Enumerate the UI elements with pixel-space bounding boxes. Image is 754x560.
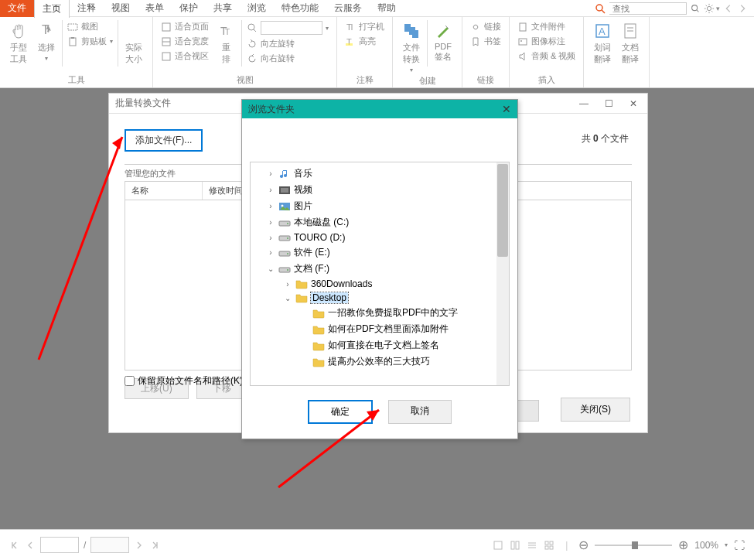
folder-tree[interactable]: ›音乐›视频›图片›本地磁盘 (C:)›TOURO (D:)›软件 (E:)⌄文…: [250, 162, 510, 386]
bookmark-tool[interactable]: 书签: [469, 35, 503, 48]
group-create-label: 创建: [399, 75, 455, 87]
gear-icon[interactable]: [704, 3, 715, 14]
link-tool[interactable]: 链接: [469, 20, 503, 33]
menu-cloud[interactable]: 云服务: [326, 0, 370, 17]
tree-item[interactable]: 如何在PDF文档里面添加附件: [252, 321, 507, 337]
highlight[interactable]: T高亮: [343, 35, 386, 48]
next-page-icon[interactable]: [134, 540, 145, 551]
tree-item[interactable]: ›图片: [252, 198, 507, 214]
menu-home[interactable]: 主页: [34, 0, 70, 18]
browse-close-button[interactable]: ✕: [502, 103, 511, 115]
page-input[interactable]: [40, 537, 79, 553]
zoom-input[interactable]: [261, 21, 322, 35]
tree-item[interactable]: ⌄文档 (F:): [252, 261, 507, 277]
tree-item[interactable]: 如何直接在电子文档上签名: [252, 337, 507, 353]
menu-file[interactable]: 文件: [0, 0, 34, 17]
chevron-icon[interactable]: ›: [266, 186, 275, 194]
nav-next-icon[interactable]: [737, 3, 748, 14]
gear-dropdown[interactable]: ▾: [716, 5, 720, 12]
rotate-right[interactable]: 向右旋转: [245, 52, 330, 65]
menu-view[interactable]: 视图: [104, 0, 138, 17]
chevron-icon[interactable]: ›: [266, 202, 275, 210]
col-name[interactable]: 名称: [125, 182, 203, 200]
minimize-button[interactable]: —: [576, 98, 592, 109]
ok-button[interactable]: 确定: [308, 400, 373, 424]
fit-page[interactable]: 适合页面: [159, 20, 210, 33]
menu-help[interactable]: 帮助: [370, 0, 404, 17]
menu-share[interactable]: 共享: [206, 0, 240, 17]
chevron-icon[interactable]: ›: [266, 248, 275, 257]
search-go-icon[interactable]: [690, 3, 701, 14]
view-mode-1-icon[interactable]: [493, 540, 503, 551]
svg-rect-24: [520, 23, 526, 31]
menu-annotate[interactable]: 注释: [70, 0, 104, 17]
chevron-icon[interactable]: ›: [283, 280, 292, 289]
preserve-checkbox[interactable]: [125, 376, 135, 386]
clipboard-tool[interactable]: 剪贴板▾: [66, 35, 114, 48]
rearrange[interactable]: TT重 排: [213, 20, 238, 74]
zoom-slider[interactable]: [595, 545, 672, 546]
svg-rect-20: [346, 43, 353, 46]
view-mode-2-icon[interactable]: [510, 540, 520, 551]
chevron-icon[interactable]: ⌄: [266, 265, 275, 273]
hand-tool[interactable]: 手型 工具: [6, 20, 31, 74]
tree-scrollbar[interactable]: [496, 162, 509, 385]
tree-item[interactable]: ›音乐: [252, 166, 507, 182]
add-file-button[interactable]: 添加文件(F)...: [125, 129, 203, 152]
tree-item[interactable]: 提高办公效率的三大技巧: [252, 353, 507, 370]
image-annot[interactable]: 图像标注: [516, 35, 577, 48]
cancel-button[interactable]: 取消: [388, 400, 452, 424]
svg-rect-54: [545, 541, 548, 545]
svg-rect-8: [71, 37, 74, 39]
batch-close-button[interactable]: 关闭(S): [561, 398, 630, 422]
tree-item[interactable]: ›本地磁盘 (C:): [252, 214, 507, 230]
screenshot-tool[interactable]: 截图: [66, 20, 114, 33]
chevron-icon[interactable]: ⌄: [283, 294, 292, 302]
tree-item[interactable]: ›视频: [252, 182, 507, 198]
menu-browse[interactable]: 浏览: [240, 0, 274, 17]
close-button[interactable]: ✕: [626, 98, 641, 109]
chevron-icon[interactable]: ›: [266, 218, 275, 227]
chevron-icon[interactable]: ›: [266, 169, 275, 178]
zoom-in-button[interactable]: ⊕: [678, 538, 688, 552]
svg-rect-6: [68, 24, 77, 30]
actual-size[interactable]: 实际 大小: [121, 20, 146, 74]
tree-item[interactable]: ›360Downloads: [252, 277, 507, 291]
chevron-icon[interactable]: ›: [266, 234, 275, 242]
maximize-button[interactable]: ☐: [601, 98, 616, 109]
fit-width[interactable]: 适合宽度: [159, 35, 210, 48]
zoom-icon[interactable]: [247, 22, 258, 33]
audio-video[interactable]: 音频 & 视频: [516, 50, 577, 63]
group-insert-label: 插入: [516, 74, 577, 86]
nav-prev-icon[interactable]: [723, 3, 734, 14]
svg-rect-55: [550, 541, 553, 545]
fit-visible[interactable]: 适合视区: [159, 50, 210, 63]
tree-item[interactable]: ›TOURO (D:): [252, 230, 507, 244]
view-mode-4-icon[interactable]: [544, 540, 554, 551]
tree-item[interactable]: ›软件 (E:): [252, 244, 507, 261]
doc-translate[interactable]: 文档 翻译: [618, 20, 643, 86]
pdf-sign[interactable]: PDF 签名: [431, 20, 455, 75]
menu-protect[interactable]: 保护: [172, 0, 206, 17]
first-page-icon[interactable]: [9, 540, 20, 551]
svg-text:T: T: [346, 22, 352, 32]
word-translate[interactable]: A划词 翻译: [590, 20, 615, 86]
prev-page-icon[interactable]: [25, 540, 36, 551]
tree-item-label: 本地磁盘 (C:): [294, 216, 349, 229]
select-tool[interactable]: T选择▾: [34, 20, 59, 74]
file-convert[interactable]: 文件 转换▾: [399, 20, 424, 75]
menu-feature[interactable]: 特色功能: [274, 0, 326, 17]
fullscreen-button[interactable]: ⛶: [734, 539, 745, 551]
zoom-out-button[interactable]: ⊖: [578, 538, 589, 552]
tree-item[interactable]: 一招教你免费提取PDF中的文字: [252, 305, 507, 321]
tree-item[interactable]: ⌄Desktop: [252, 291, 507, 305]
tree-item-label: Desktop: [311, 292, 348, 303]
svg-rect-48: [494, 541, 502, 549]
typewriter[interactable]: T打字机: [343, 20, 386, 33]
search-input[interactable]: [609, 2, 687, 15]
menu-form[interactable]: 表单: [138, 0, 172, 17]
last-page-icon[interactable]: [149, 540, 160, 551]
attachment[interactable]: 文件附件: [516, 20, 577, 33]
rotate-left[interactable]: 向左旋转: [245, 37, 330, 50]
view-mode-3-icon[interactable]: [527, 540, 537, 551]
